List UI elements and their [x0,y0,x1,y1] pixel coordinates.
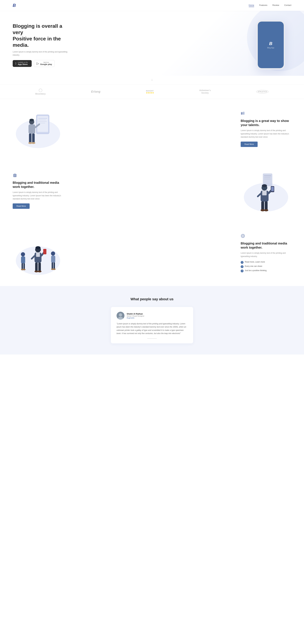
nav-logo: B [13,3,16,8]
nav-features[interactable]: Features [259,4,267,7]
svg-rect-53 [38,262,41,271]
svg-rect-16 [243,112,244,115]
apple-icon:  [15,62,16,65]
svg-point-34 [264,209,268,211]
feature-2-heading: Blogging and traditional media work toge… [13,180,63,189]
feature-3-heading: Blogging and traditional media work toge… [241,241,291,250]
avatar [117,312,125,320]
svg-point-46 [35,246,40,249]
testimonial-header: Shekh Al Raihan Senior Visual Designer A… [117,312,187,320]
svg-point-39 [21,252,25,256]
brand-erlang: Erlang [91,90,100,94]
feature-3-illustration [13,234,63,275]
svg-rect-36 [14,174,15,174]
illustration-figure-1 [13,110,63,148]
svg-point-14 [31,142,35,144]
scroll-arrow: ↓ [0,76,304,84]
testimonial-quote: "Lorem ipsum is simply dummy text of the… [117,322,187,335]
svg-rect-9 [28,124,35,134]
phone-mockup: B Blog App [257,20,285,70]
testimonials-title: What people say about us [13,297,291,301]
svg-line-30 [258,194,261,196]
svg-point-61 [53,268,56,270]
phone-label: Blog App [267,47,274,49]
navbar: B Home Features Review Contact [0,0,304,11]
svg-point-24 [262,184,267,187]
person-phone-svg [247,170,285,212]
svg-rect-26 [262,190,267,195]
svg-point-56 [51,252,55,256]
svg-point-0 [39,89,42,92]
feature-3-icon [241,234,291,239]
phone-logo: B [269,41,272,46]
svg-rect-48 [36,252,40,257]
testimonial-divider [147,338,157,339]
person-tablet-svg [17,110,59,148]
group-people-svg [14,234,62,275]
testimonial-name: Shekh Al Raihan [127,313,145,315]
feature-3-text: Lorem Ipsum is simply dummy text of the … [241,252,291,258]
svg-rect-52 [35,262,38,271]
feature-1-heading: Blogging is a great way to show your tal… [241,119,291,127]
brands-section: Boundary Erlang BAKERY ⭐⭐⭐⭐⭐ Alzheimer's… [0,84,304,99]
testimonial-card: Shekh Al Raihan Senior Visual Designer A… [111,307,193,344]
brand-bakery: BAKERY ⭐⭐⭐⭐⭐ [146,90,154,94]
hero-buttons:  Available on the App Store ▷ Get it on… [13,60,73,67]
svg-point-44 [23,269,25,270]
svg-rect-42 [23,263,25,270]
svg-rect-12 [32,134,35,143]
svg-rect-31 [261,201,264,210]
feature-3-content: Blogging and traditional media work toge… [241,234,291,275]
avatar-image [117,312,125,320]
svg-point-68 [119,313,122,316]
svg-point-55 [38,270,41,272]
feature-1-icon [241,111,291,116]
svg-rect-50 [43,249,46,254]
nav-contact[interactable]: Contact [284,4,291,7]
svg-rect-41 [21,263,23,270]
feature-list-item-1: 1 Read more, Learn more [241,261,291,264]
svg-point-8 [29,119,34,121]
feature-1-content: Blogging is a great way to show your tal… [241,111,291,147]
feature-3-list: 1 Read more, Learn more 2 Every one can … [241,261,291,272]
feature-2-icon [13,173,63,178]
nav-review[interactable]: Review [273,4,279,7]
feature-section-3: Blogging and traditional media work toge… [0,222,304,286]
hero-text: Blogging is overall a very Positive forc… [13,23,73,67]
testimonial-company: Augmedix [127,317,145,319]
svg-rect-57 [51,256,55,263]
google-play-icon: ▷ [37,62,39,65]
google-play-button[interactable]: ▷ Get it on Google play [34,60,55,67]
feature-section-1: Blogging is a great way to show your tal… [0,99,304,159]
globe-icon [241,234,245,238]
illustration-figure-2 [241,170,291,212]
feature-1-read-more[interactable]: Read More [241,142,258,147]
hero-description: Lorem Ipsum is simply dummy text of the … [13,50,73,56]
svg-line-51 [32,256,34,259]
illustration-figure-3 [13,234,63,275]
feature-1-illustration [13,110,63,148]
svg-rect-29 [271,187,274,191]
clipboard-icon [13,173,17,178]
svg-rect-18 [243,112,244,112]
hero-section: Blogging is overall a very Positive forc… [0,11,304,76]
testimonials-section: What people say about us Shekh Al Raihan… [0,286,304,354]
feature-2-illustration [241,170,291,212]
appstore-button[interactable]:  Available on the App Store [13,60,32,67]
svg-rect-59 [53,262,55,269]
brand-boundary: Boundary [35,88,46,95]
feature-section-2: Blogging and traditional media work toge… [0,159,304,222]
svg-rect-58 [52,262,53,269]
testimonial-role: Senior Visual Designer [127,315,145,317]
nav-links: Home Features Review Contact [249,4,291,7]
feature-2-text: Lorem Ipsum is simply dummy text of the … [13,191,63,200]
feature-2-read-more[interactable]: Read More [13,204,30,209]
svg-rect-11 [29,134,31,143]
svg-rect-19 [263,174,272,186]
feature-1-text: Lorem Ipsum is simply dummy text of the … [241,129,291,138]
phone-screen: B Blog App [258,22,284,68]
feature-2-content: Blogging and traditional media work toge… [13,173,63,209]
hero-phone: B Blog App [250,20,291,70]
nav-home[interactable]: Home [249,4,254,7]
brand-alzheimer: Alzheimer'sSociety [199,89,211,94]
